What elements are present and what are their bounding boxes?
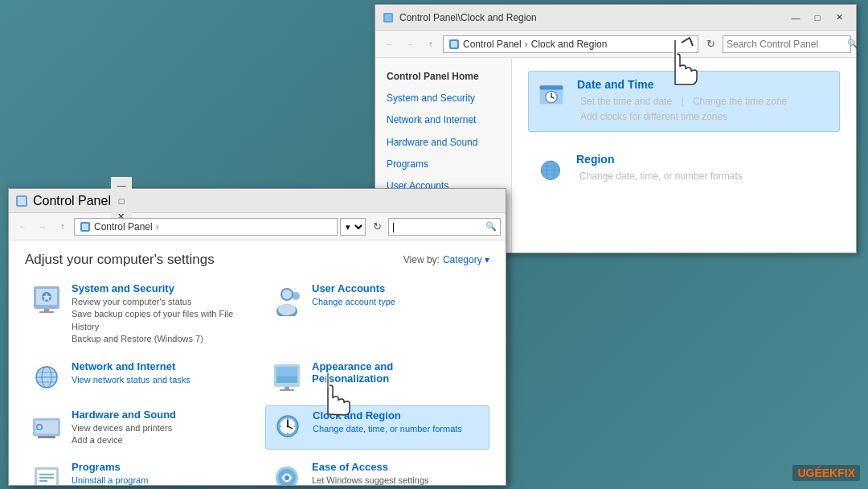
breadcrumb-section-back: Clock and Region (531, 39, 608, 50)
programs-link[interactable]: Uninstall a program (72, 475, 148, 485)
watermark-suffix: FIX (837, 466, 855, 479)
breadcrumb-back: Control Panel (463, 39, 522, 50)
nav-item-system[interactable]: System and Security (375, 88, 511, 109)
watermark-prefix: U (797, 466, 805, 479)
minimize-button-front[interactable]: — (111, 177, 132, 193)
search-icon-back: 🔍 (847, 39, 858, 49)
maximize-button-back[interactable]: □ (807, 10, 828, 26)
svg-rect-5 (540, 85, 563, 89)
cp-item-appearance[interactable]: Appearance andPersonalization (265, 357, 489, 397)
window-title-front: Control Panel (33, 194, 111, 208)
adjust-title: Adjust your computer's settings (25, 252, 215, 268)
hardware-info: Hardware and Sound View devices and prin… (72, 409, 176, 447)
programs-icon (30, 461, 63, 485)
appearance-icon (270, 360, 304, 394)
svg-rect-40 (285, 387, 289, 389)
cp-item-user[interactable]: User Accounts Change account type (265, 279, 489, 349)
front-content: Adjust your computer's settings View by:… (9, 240, 506, 485)
items-grid: System and Security Review your computer… (25, 279, 489, 485)
window-icon-back (382, 11, 395, 24)
add-clocks-link[interactable]: Add clocks for different time zones (580, 111, 727, 122)
clock-region-info: Clock and Region Change date, time, or n… (313, 409, 462, 435)
close-button-back[interactable]: ✕ (829, 10, 850, 26)
clock-region-icon (271, 409, 305, 443)
svg-rect-23 (44, 309, 49, 311)
user-icon (270, 282, 304, 316)
cp-item-system[interactable]: System and Security Review your computer… (25, 279, 249, 349)
forward-button-back[interactable]: → (401, 35, 419, 53)
cp-item-ease[interactable]: Ease of Access Let Windows suggest setti… (265, 458, 489, 485)
search-box-front[interactable]: 🔍 (388, 218, 501, 236)
svg-point-64 (285, 475, 289, 480)
window-controls-back[interactable]: — □ ✕ (785, 10, 850, 26)
watermark-highlight: GÉEK (806, 466, 838, 479)
nav-item-hardware[interactable]: Hardware and Sound (375, 132, 511, 154)
hardware-desc: View devices and printersAdd a device (72, 422, 176, 447)
control-panel-window: Control Panel — □ ✕ ← → ↑ Control Panel … (8, 188, 506, 486)
region-title[interactable]: Region (576, 153, 746, 166)
system-info: System and Security Review your computer… (72, 282, 244, 346)
ease-info: Ease of Access Let Windows suggest setti… (312, 461, 429, 485)
maximize-button-front[interactable]: □ (111, 193, 132, 209)
system-icon (30, 282, 63, 316)
nav-item-network[interactable]: Network and Internet (375, 109, 511, 131)
address-bar-back: ← → ↑ Control Panel › Clock and Region ↻… (375, 31, 856, 58)
region-section[interactable]: Region Change date, time, or number form… (528, 146, 840, 191)
view-by-value[interactable]: Category ▾ (443, 254, 489, 265)
globe-icon (534, 153, 567, 185)
appearance-title[interactable]: Appearance andPersonalization (312, 360, 393, 384)
adjust-header: Adjust your computer's settings View by:… (25, 252, 489, 268)
nav-item-programs[interactable]: Programs (375, 154, 511, 175)
user-link[interactable]: Change account type (312, 296, 395, 308)
change-formats-link[interactable]: Change date, time, or number formats (579, 171, 743, 182)
dropdown-front[interactable]: ▾ (340, 218, 366, 236)
change-timezone-link[interactable]: Change the time zone (693, 96, 787, 107)
date-time-links[interactable]: Set the time and date | Change the time … (577, 94, 790, 125)
network-info: Network and Internet View network status… (72, 360, 190, 386)
hardware-title[interactable]: Hardware and Sound (72, 409, 176, 421)
system-title[interactable]: System and Security (72, 282, 244, 294)
cp-item-programs[interactable]: Programs Uninstall a program (25, 458, 249, 485)
titlebar-front: Control Panel — □ ✕ (9, 189, 506, 213)
user-title[interactable]: User Accounts (312, 282, 395, 294)
hand-cursor-back (659, 36, 755, 92)
svg-rect-39 (276, 376, 297, 383)
back-button-front[interactable]: ← (14, 218, 31, 236)
up-button-back[interactable]: ↑ (422, 35, 440, 53)
cp-item-network[interactable]: Network and Internet View network status… (25, 357, 249, 397)
svg-rect-20 (82, 224, 88, 230)
up-button-front[interactable]: ↑ (54, 218, 72, 236)
cp-item-clock[interactable]: Clock and Region Change date, time, or n… (265, 405, 489, 450)
minimize-button-back[interactable]: — (785, 10, 806, 26)
svg-rect-44 (38, 436, 55, 438)
clock-icon (535, 78, 567, 110)
forward-button-front[interactable]: → (34, 218, 51, 236)
svg-point-29 (278, 304, 296, 315)
front-main: Adjust your computer's settings View by:… (9, 240, 506, 485)
region-links[interactable]: Change date, time, or number formats (576, 169, 746, 184)
network-title[interactable]: Network and Internet (72, 360, 190, 372)
ease-title[interactable]: Ease of Access (312, 461, 429, 473)
system-desc: Review your computer's status Save backu… (72, 296, 244, 346)
set-time-link[interactable]: Set the time and date (580, 96, 672, 107)
address-path-front[interactable]: Control Panel › (74, 218, 338, 236)
nav-item-home[interactable]: Control Panel Home (375, 66, 511, 88)
cp-item-hardware[interactable]: Hardware and Sound View devices and prin… (25, 405, 249, 450)
clock-region-title[interactable]: Clock and Region (313, 409, 462, 421)
titlebar-back: Control Panel\Clock and Region — □ ✕ (375, 5, 856, 31)
svg-point-30 (292, 292, 300, 300)
address-bar-front: ← → ↑ Control Panel › ▾ ↻ 🔍 (9, 213, 506, 240)
svg-point-28 (282, 290, 292, 299)
search-input-front[interactable] (392, 221, 485, 232)
search-icon-front: 🔍 (485, 221, 497, 232)
network-icon (30, 360, 63, 394)
refresh-front[interactable]: ↻ (368, 218, 386, 236)
svg-point-46 (38, 425, 42, 429)
svg-rect-41 (280, 389, 294, 391)
hardware-icon (30, 409, 63, 442)
clock-region-link[interactable]: Change date, time, or number formats (313, 423, 462, 435)
back-button-back[interactable]: ← (380, 35, 398, 53)
window-icon-front (15, 195, 28, 208)
programs-title[interactable]: Programs (72, 461, 148, 473)
network-link[interactable]: View network status and tasks (72, 374, 190, 386)
